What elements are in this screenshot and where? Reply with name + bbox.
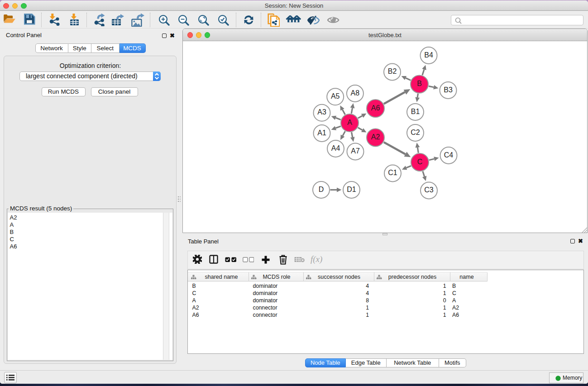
svg-text:C2: C2 xyxy=(411,129,420,136)
svg-text:A6: A6 xyxy=(371,104,380,112)
svg-text:D: D xyxy=(319,186,324,193)
svg-text:A3: A3 xyxy=(317,108,326,116)
svg-text:A2: A2 xyxy=(371,133,380,141)
svg-text:C4: C4 xyxy=(444,151,454,159)
svg-text:C: C xyxy=(417,158,423,166)
svg-text:B: B xyxy=(417,80,422,87)
svg-text:C1: C1 xyxy=(388,169,397,176)
svg-text:B3: B3 xyxy=(444,86,453,94)
svg-text:A5: A5 xyxy=(331,92,340,100)
svg-text:A1: A1 xyxy=(317,129,326,137)
svg-text:B1: B1 xyxy=(411,108,420,115)
svg-text:C3: C3 xyxy=(424,186,434,194)
svg-text:A8: A8 xyxy=(351,89,360,97)
svg-text:A: A xyxy=(347,119,352,126)
svg-text:D1: D1 xyxy=(347,186,356,193)
svg-text:A7: A7 xyxy=(351,147,360,155)
svg-text:B4: B4 xyxy=(424,51,433,59)
svg-text:B2: B2 xyxy=(388,67,397,75)
svg-text:A4: A4 xyxy=(331,144,340,152)
